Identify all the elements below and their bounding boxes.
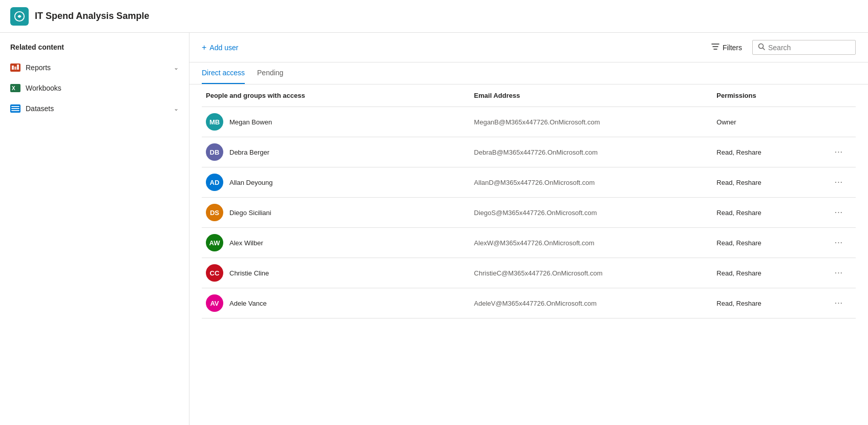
table-header-row: People and groups with access Email Addr… bbox=[202, 84, 856, 107]
filters-label: Filters bbox=[723, 44, 742, 52]
search-icon bbox=[758, 43, 765, 52]
permission-text: Read, Reshare bbox=[716, 179, 761, 186]
permission-text: Owner bbox=[716, 118, 736, 126]
user-name: Christie Cline bbox=[229, 269, 269, 277]
table-row: CC Christie Cline ChristieC@M365x447726.… bbox=[202, 258, 856, 288]
svg-rect-3 bbox=[14, 67, 16, 70]
sidebar-workbooks-label: Workbooks bbox=[26, 84, 61, 92]
sidebar-reports-label: Reports bbox=[26, 63, 51, 72]
cell-permissions: Read, Reshare bbox=[712, 228, 827, 258]
svg-rect-9 bbox=[11, 108, 19, 109]
add-user-button[interactable]: + Add user bbox=[202, 43, 238, 52]
col-header-people: People and groups with access bbox=[202, 84, 470, 107]
app-icon bbox=[10, 7, 29, 26]
table-row: AD Allan Deyoung AllanD@M365x447726.OnMi… bbox=[202, 167, 856, 198]
cell-people: CC Christie Cline bbox=[202, 258, 470, 288]
user-name: Debra Berger bbox=[229, 148, 269, 156]
workbooks-icon: X bbox=[10, 83, 20, 93]
avatar: AD bbox=[206, 174, 223, 191]
cell-email: DebraB@M365x447726.OnMicrosoft.com bbox=[470, 137, 713, 167]
filters-button[interactable]: Filters bbox=[711, 42, 742, 52]
cell-actions[interactable]: ··· bbox=[828, 167, 856, 198]
user-name: Adele Vance bbox=[229, 300, 267, 307]
permission-text: Read, Reshare bbox=[716, 239, 761, 247]
svg-text:X: X bbox=[12, 86, 15, 91]
cell-actions bbox=[828, 107, 856, 137]
avatar: MB bbox=[206, 113, 223, 131]
table-row: AW Alex Wilber AlexW@M365x447726.OnMicro… bbox=[202, 228, 856, 258]
cell-people: DB Debra Berger bbox=[202, 137, 470, 167]
svg-rect-2 bbox=[12, 66, 14, 70]
svg-rect-10 bbox=[11, 110, 19, 111]
permission-text: Read, Reshare bbox=[716, 300, 761, 307]
sidebar: Related content Reports ⌄ bbox=[0, 33, 189, 425]
datasets-icon bbox=[10, 103, 20, 114]
sidebar-datasets-label: Datasets bbox=[26, 104, 54, 113]
avatar: DB bbox=[206, 143, 223, 161]
cell-actions[interactable]: ··· bbox=[828, 228, 856, 258]
datasets-chevron-icon: ⌄ bbox=[174, 105, 179, 112]
more-options-button[interactable]: ··· bbox=[832, 176, 846, 189]
cell-actions[interactable]: ··· bbox=[828, 198, 856, 228]
tab-pending[interactable]: Pending bbox=[257, 62, 283, 84]
cell-permissions: Read, Reshare bbox=[712, 288, 827, 318]
user-name: Alex Wilber bbox=[229, 239, 263, 247]
cell-permissions: Read, Reshare bbox=[712, 258, 827, 288]
cell-email: AdeleV@M365x447726.OnMicrosoft.com bbox=[470, 288, 713, 318]
email-text: AlexW@M365x447726.OnMicrosoft.com bbox=[474, 239, 595, 247]
email-text: AdeleV@M365x447726.OnMicrosoft.com bbox=[474, 300, 597, 307]
plus-icon: + bbox=[202, 43, 206, 52]
search-area[interactable] bbox=[752, 40, 856, 55]
email-text: AllanD@M365x447726.OnMicrosoft.com bbox=[474, 179, 595, 186]
email-text: DiegoS@M365x447726.OnMicrosoft.com bbox=[474, 209, 597, 217]
col-header-actions bbox=[828, 84, 856, 107]
toolbar: + Add user Filters bbox=[189, 33, 868, 62]
cell-email: ChristieC@M365x447726.OnMicrosoft.com bbox=[470, 258, 713, 288]
permission-text: Read, Reshare bbox=[716, 209, 761, 217]
more-options-button[interactable]: ··· bbox=[832, 236, 846, 249]
main-layout: Related content Reports ⌄ bbox=[0, 33, 868, 425]
cell-permissions: Read, Reshare bbox=[712, 167, 827, 198]
cell-email: AllanD@M365x447726.OnMicrosoft.com bbox=[470, 167, 713, 198]
cell-people: AD Allan Deyoung bbox=[202, 167, 470, 198]
filter-icon bbox=[711, 42, 719, 52]
content-area: + Add user Filters bbox=[189, 33, 868, 425]
email-text: DebraB@M365x447726.OnMicrosoft.com bbox=[474, 148, 598, 156]
svg-rect-8 bbox=[11, 106, 19, 107]
avatar: AW bbox=[206, 234, 223, 251]
user-name: Megan Bowen bbox=[229, 118, 272, 126]
search-input[interactable] bbox=[768, 44, 850, 52]
user-name: Diego Siciliani bbox=[229, 209, 271, 217]
more-options-button[interactable]: ··· bbox=[832, 145, 846, 159]
avatar: CC bbox=[206, 264, 223, 282]
sidebar-item-datasets[interactable]: Datasets ⌄ bbox=[0, 98, 189, 119]
cell-actions[interactable]: ··· bbox=[828, 288, 856, 318]
cell-people: AW Alex Wilber bbox=[202, 228, 470, 258]
avatar: AV bbox=[206, 294, 223, 312]
table-container: People and groups with access Email Addr… bbox=[189, 84, 868, 425]
reports-chevron-icon: ⌄ bbox=[174, 64, 179, 71]
page-header: IT Spend Analysis Sample bbox=[0, 0, 868, 33]
email-text: ChristieC@M365x447726.OnMicrosoft.com bbox=[474, 269, 603, 277]
access-table: People and groups with access Email Addr… bbox=[202, 84, 856, 318]
sidebar-item-reports[interactable]: Reports ⌄ bbox=[0, 57, 189, 78]
table-row: DB Debra Berger DebraB@M365x447726.OnMic… bbox=[202, 137, 856, 167]
more-options-button[interactable]: ··· bbox=[832, 296, 846, 310]
table-row: MB Megan Bowen MeganB@M365x447726.OnMicr… bbox=[202, 107, 856, 137]
tab-direct-access[interactable]: Direct access bbox=[202, 62, 245, 84]
cell-actions[interactable]: ··· bbox=[828, 137, 856, 167]
cell-email: DiegoS@M365x447726.OnMicrosoft.com bbox=[470, 198, 713, 228]
cell-people: DS Diego Siciliani bbox=[202, 198, 470, 228]
cell-email: AlexW@M365x447726.OnMicrosoft.com bbox=[470, 228, 713, 258]
more-options-button[interactable]: ··· bbox=[832, 266, 846, 280]
col-header-permissions: Permissions bbox=[712, 84, 827, 107]
cell-actions[interactable]: ··· bbox=[828, 258, 856, 288]
permission-text: Read, Reshare bbox=[716, 148, 761, 156]
table-row: AV Adele Vance AdeleV@M365x447726.OnMicr… bbox=[202, 288, 856, 318]
page-title: IT Spend Analysis Sample bbox=[35, 11, 149, 22]
sidebar-item-workbooks[interactable]: X Workbooks bbox=[0, 78, 189, 98]
more-options-button[interactable]: ··· bbox=[832, 206, 846, 219]
add-user-label: Add user bbox=[209, 44, 238, 52]
cell-permissions: Read, Reshare bbox=[712, 137, 827, 167]
cell-permissions: Owner bbox=[712, 107, 827, 137]
